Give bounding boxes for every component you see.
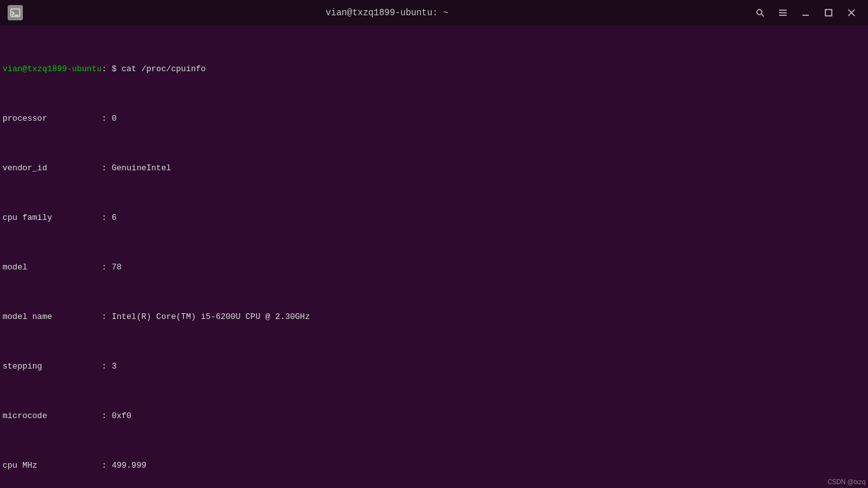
- command-line: vian@txzq1899-ubuntu: $ cat /proc/cpuinf…: [3, 61, 865, 78]
- info-cpu-family: cpu family : 6: [3, 210, 865, 226]
- window-title: vian@txzq1899-ubuntu: ~: [23, 8, 751, 18]
- watermark: CSDN @txzq: [827, 478, 865, 485]
- info-cpu-mhz: cpu MHz : 499.999: [3, 458, 865, 474]
- svg-line-3: [762, 15, 764, 17]
- menu-button[interactable]: [774, 4, 792, 22]
- title-bar-left: [8, 5, 23, 20]
- title-bar: vian@txzq1899-ubuntu: ~: [0, 0, 868, 25]
- prompt-user: vian@txzq1899-ubuntu: [3, 64, 102, 74]
- title-bar-controls: [751, 4, 860, 22]
- svg-rect-8: [825, 10, 832, 16]
- info-microcode: microcode : 0xf0: [3, 408, 865, 424]
- info-processor: processor : 0: [3, 111, 865, 127]
- info-model: model : 78: [3, 259, 865, 276]
- maximize-button[interactable]: [820, 4, 837, 22]
- title-text: vian@txzq1899-ubuntu: ~: [325, 8, 448, 18]
- terminal-app-icon: [8, 5, 23, 20]
- prompt-cmd: $ cat /proc/cpuinfo: [112, 64, 206, 74]
- search-button[interactable]: [751, 4, 769, 22]
- prompt-colon: :: [102, 64, 112, 74]
- info-model-name: model name : Intel(R) Core(TM) i5-6200U …: [3, 309, 865, 325]
- svg-point-2: [757, 10, 762, 15]
- info-vendor-id: vendor_id : GenuineIntel: [3, 160, 865, 177]
- terminal-content[interactable]: vian@txzq1899-ubuntu: $ cat /proc/cpuinf…: [0, 25, 868, 488]
- minimize-button[interactable]: [797, 4, 815, 22]
- info-stepping: stepping : 3: [3, 358, 865, 375]
- close-button[interactable]: [843, 4, 860, 22]
- terminal-window: vian@txzq1899-ubuntu: ~: [0, 0, 868, 488]
